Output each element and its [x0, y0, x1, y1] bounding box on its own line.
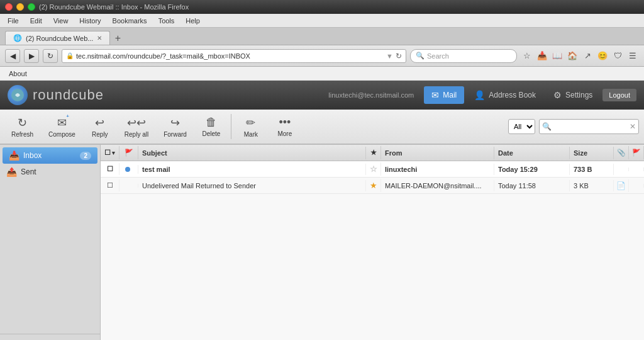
menu-file[interactable]: File: [3, 16, 24, 26]
reply-all-button[interactable]: ↩↩ Reply all: [118, 113, 155, 140]
email-row-2-star[interactable]: ★: [366, 179, 381, 192]
refresh-button[interactable]: ↻ Refresh: [5, 113, 40, 140]
reply-button[interactable]: ↩ Reply: [84, 113, 116, 140]
email-row-1-from: linuxtechi: [381, 164, 494, 175]
col-header-subject[interactable]: Subject: [138, 147, 366, 159]
bookmark-about[interactable]: About: [5, 69, 31, 79]
menu-bookmarks[interactable]: Bookmarks: [108, 16, 152, 26]
minimize-button[interactable]: [16, 3, 24, 11]
tab-close-button[interactable]: ✕: [97, 35, 102, 42]
email-row-2-from: MAILER-DAEMON@nsitmail....: [381, 180, 494, 191]
home-icon[interactable]: 🏠: [566, 50, 579, 62]
address-bar: ◀ ▶ ↻ 🔒 tec.nsitmail.com/roundcube/?_tas…: [0, 45, 644, 67]
email-row-2-check[interactable]: ☐: [101, 179, 119, 191]
more-label: More: [277, 130, 292, 137]
email-row-1-check[interactable]: ☐: [101, 163, 119, 175]
sidebar: 📥 Inbox 2 📤 Sent ⚙ ▾: [0, 145, 101, 340]
from-label: From: [385, 149, 402, 157]
col-header-date[interactable]: Date: [494, 147, 570, 159]
forward-button[interactable]: ▶: [24, 49, 39, 63]
compose-icon: ✉+: [57, 116, 67, 130]
col-header-check[interactable]: ☐ ▾: [101, 146, 119, 159]
star-icon-2[interactable]: ★: [370, 181, 377, 190]
menu-icon[interactable]: ☰: [626, 50, 639, 62]
bookmark-bar: About: [0, 67, 644, 81]
checkbox-2[interactable]: ☐: [107, 181, 113, 190]
delete-button[interactable]: 🗑 Delete: [196, 113, 227, 140]
email-row-1[interactable]: ☐ test mail ☆ linuxtechi Today 15:29: [101, 161, 644, 178]
email-row-2[interactable]: ☐ Undelivered Mail Returned to Sender ★ …: [101, 178, 644, 194]
menu-history[interactable]: History: [74, 16, 106, 26]
reload-button[interactable]: ↻: [43, 49, 58, 63]
settings-nav-button[interactable]: ⚙ Settings: [546, 86, 600, 104]
browser-search-bar[interactable]: 🔍 Search: [410, 49, 517, 63]
pocket-icon[interactable]: 📥: [536, 50, 548, 62]
forward-icon: ↪: [170, 116, 180, 130]
email-subject-2: Undelivered Mail Returned to Sender: [142, 182, 256, 190]
maximize-button[interactable]: [28, 3, 35, 11]
email-row-2-date: Today 11:58: [494, 180, 570, 191]
menubar: File Edit View History Bookmarks Tools H…: [0, 14, 644, 28]
close-button[interactable]: [5, 3, 13, 11]
email-size-2: 3 KB: [574, 182, 589, 190]
logout-button[interactable]: Logout: [602, 89, 636, 101]
email-row-2-subject: Undelivered Mail Returned to Sender: [138, 180, 366, 191]
addressbook-nav-button[interactable]: 👤 Address Book: [467, 86, 543, 104]
topbar-nav: linuxtechi@tec.nsitmail.com ✉ Mail 👤 Add…: [328, 86, 636, 104]
col-header-star[interactable]: ★: [366, 146, 381, 159]
url-bar[interactable]: 🔒 tec.nsitmail.com/roundcube/?_task=mail…: [62, 49, 406, 63]
mail-nav-button[interactable]: ✉ Mail: [424, 86, 464, 104]
compose-button[interactable]: ✉+ Compose: [42, 113, 82, 140]
unread-dot-1: [125, 167, 130, 172]
url-text: tec.nsitmail.com/roundcube/?_task=mail&_…: [76, 52, 384, 60]
col-header-flag2: 🚩: [629, 146, 644, 159]
mark-button[interactable]: ✏ Mark: [235, 113, 267, 140]
forward-button[interactable]: ↪ Forward: [157, 113, 193, 140]
col-header-arrow[interactable]: ▾: [112, 150, 115, 156]
bookmark-star-icon[interactable]: ☆: [521, 50, 533, 62]
browser-search-placeholder: Search: [427, 52, 511, 60]
emoji-icon[interactable]: 😊: [596, 50, 609, 62]
browser-icons: ☆ 📥 📖 🏠 ↗ 😊 🛡 ☰: [521, 50, 639, 62]
checkbox-1[interactable]: ☐: [107, 165, 113, 173]
reader-icon[interactable]: 📖: [551, 50, 564, 62]
email-row-1-star[interactable]: ☆: [366, 162, 381, 176]
col-header-from[interactable]: From: [381, 147, 494, 159]
send-icon[interactable]: ↗: [581, 50, 594, 62]
filter-select[interactable]: All: [508, 119, 535, 134]
col-header-flag[interactable]: 🚩: [119, 146, 138, 159]
back-button[interactable]: ◀: [5, 49, 20, 63]
folder-inbox[interactable]: 📥 Inbox 2: [3, 147, 97, 164]
more-icon: •••: [279, 116, 291, 129]
reply-label: Reply: [92, 131, 108, 138]
menu-edit[interactable]: Edit: [25, 16, 47, 26]
email-row-1-flag: [119, 165, 138, 174]
star-sort-icon: ★: [370, 149, 377, 157]
refresh-label: Refresh: [11, 131, 33, 138]
settings-nav-label: Settings: [565, 91, 592, 99]
email-row-2-flag: [119, 184, 138, 188]
search-icon: 🔍: [542, 122, 552, 131]
email-size-1: 733 B: [574, 166, 592, 173]
menu-help[interactable]: Help: [180, 16, 205, 26]
mail-icon: ✉: [431, 90, 439, 100]
search-input[interactable]: [553, 123, 628, 130]
refresh-url-button[interactable]: ↻: [396, 52, 402, 60]
reply-icon: ↩: [95, 116, 104, 130]
more-button[interactable]: ••• More: [269, 113, 301, 140]
search-clear-icon[interactable]: ✕: [630, 122, 636, 131]
star-icon-1[interactable]: ☆: [370, 164, 377, 174]
folder-sent[interactable]: 📤 Sent: [0, 164, 100, 180]
email-row-2-attach: 📄: [614, 179, 629, 192]
col-header-size[interactable]: Size: [570, 147, 614, 159]
shield-icon[interactable]: 🛡: [611, 50, 624, 62]
menu-tools[interactable]: Tools: [153, 16, 180, 26]
email-list-empty-space: [101, 194, 644, 340]
delete-label: Delete: [202, 130, 220, 137]
logo-icon: [8, 85, 28, 105]
menu-view[interactable]: View: [48, 16, 74, 26]
new-tab-button[interactable]: +: [111, 32, 124, 45]
email-row-1-flag2: [629, 167, 644, 171]
active-tab[interactable]: 🌐 (2) Roundcube Web... ✕: [5, 31, 110, 45]
reply-all-label: Reply all: [125, 131, 148, 138]
